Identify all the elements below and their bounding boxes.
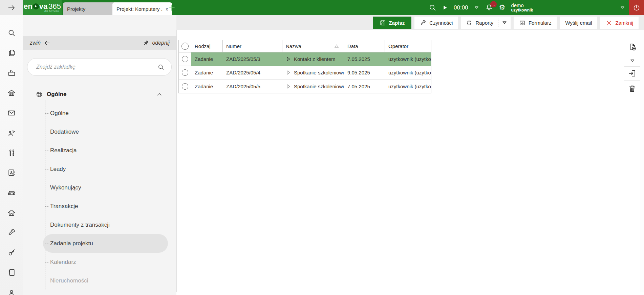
actions-button[interactable]: Czynności bbox=[414, 17, 458, 29]
column-header-rodzaj[interactable]: Rodzaj bbox=[191, 40, 223, 52]
notebook-icon[interactable] bbox=[0, 263, 23, 282]
tree-item-zadania-projektu[interactable]: Zadania projektu bbox=[43, 234, 168, 253]
cell-data[interactable]: 9.05.2025 bbox=[344, 66, 385, 80]
task-name: Kontakt z klientem bbox=[294, 56, 336, 62]
global-search-icon[interactable] bbox=[429, 4, 436, 12]
unpin-panel-button[interactable]: odepnij bbox=[143, 40, 170, 46]
open-record-icon[interactable] bbox=[624, 66, 640, 80]
cell-numer[interactable]: ZAD/2025/05/4 bbox=[223, 66, 282, 80]
column-header-nazwa[interactable]: Nazwa bbox=[282, 40, 344, 52]
chevron-up-icon[interactable] bbox=[156, 91, 163, 98]
work-timer[interactable]: 00:00 bbox=[454, 4, 468, 11]
cell-data[interactable]: 7.05.2025 bbox=[344, 80, 385, 93]
cell-nazwa[interactable]: Spotkanie szkoleniowe bbox=[282, 80, 344, 93]
task-play-icon bbox=[286, 56, 291, 62]
row-radio[interactable] bbox=[179, 52, 191, 66]
contact-card-icon[interactable] bbox=[0, 163, 23, 183]
tab-projekty[interactable]: Projekty x bbox=[63, 2, 119, 15]
module-icon-strip bbox=[0, 15, 23, 295]
vertical-scrollbar[interactable] bbox=[640, 30, 644, 292]
row-radio[interactable] bbox=[179, 66, 191, 80]
list-side-toolbar bbox=[624, 40, 640, 97]
reports-dropdown-icon[interactable] bbox=[498, 17, 511, 29]
logo-text-va: va bbox=[39, 3, 47, 10]
logout-power-button[interactable] bbox=[629, 0, 644, 15]
drawer-icon[interactable] bbox=[0, 63, 23, 83]
settings-gear-icon[interactable]: ⚙ bbox=[499, 4, 506, 11]
wrench-icon[interactable] bbox=[0, 223, 23, 243]
tab-projekt-komputery[interactable]: Projekt: Komputery ... x bbox=[112, 2, 172, 15]
home-icon[interactable] bbox=[0, 203, 23, 223]
notifications-bell-icon[interactable]: ... bbox=[485, 3, 493, 12]
remote-work-icon[interactable] bbox=[0, 123, 23, 143]
new-tab-button[interactable] bbox=[166, 3, 178, 13]
logo-play-icon bbox=[33, 3, 39, 9]
save-button[interactable]: Zapisz bbox=[373, 17, 412, 29]
main-content: Rodzaj Numer Nazwa Data Operator Zadanie… bbox=[176, 30, 644, 292]
session-dropdown-icon[interactable] bbox=[620, 5, 625, 10]
cell-rodzaj[interactable]: Zadanie bbox=[191, 80, 223, 93]
close-button[interactable]: Zamknij bbox=[600, 17, 639, 29]
radio-circle bbox=[182, 83, 188, 90]
task-name: Spotkanie szkoleniowe bbox=[294, 70, 344, 75]
column-header-operator[interactable]: Operator bbox=[385, 40, 431, 52]
column-header-numer[interactable]: Numer bbox=[223, 40, 282, 52]
cell-rodzaj[interactable]: Zadanie bbox=[191, 66, 223, 80]
send-email-label: Wyślij email bbox=[565, 20, 592, 26]
globe-icon bbox=[36, 91, 43, 98]
tree-item-realizacja[interactable]: Realizacja bbox=[23, 141, 176, 160]
select-all-radio[interactable] bbox=[179, 40, 191, 52]
tree-item-dodatkowe[interactable]: Dodatkowe bbox=[23, 122, 176, 141]
column-header-data[interactable]: Data bbox=[344, 40, 385, 52]
list-dropdown-icon[interactable] bbox=[624, 54, 640, 66]
tree-item-leady[interactable]: Leady bbox=[23, 160, 176, 178]
task-play-icon bbox=[286, 84, 291, 89]
tree-item-kalendarz[interactable]: Kalendarz bbox=[23, 253, 176, 271]
tree-item-transakcje[interactable]: Transakcje bbox=[23, 197, 176, 215]
cell-numer[interactable]: ZAD/2025/05/3 bbox=[223, 52, 282, 66]
tree-item-nieruchomosci[interactable]: Nieruchomości bbox=[23, 271, 176, 290]
cell-rodzaj[interactable]: Zadanie bbox=[191, 52, 223, 66]
menu-expand-button[interactable] bbox=[0, 0, 23, 15]
tab-label: Projekty bbox=[67, 6, 110, 12]
cell-nazwa[interactable]: Spotkanie szkoleniowe bbox=[282, 66, 344, 80]
arrow-right-icon bbox=[7, 3, 16, 12]
save-label: Zapisz bbox=[389, 20, 405, 26]
tools-icon[interactable] bbox=[0, 143, 23, 163]
reports-button[interactable]: Raporty bbox=[461, 17, 498, 29]
cell-data[interactable]: 7.05.2025 bbox=[344, 52, 385, 66]
wrench-icon bbox=[420, 20, 426, 26]
send-email-button[interactable]: Wyślij email bbox=[560, 17, 597, 29]
cell-numer[interactable]: ZAD/2025/05/5 bbox=[223, 80, 282, 93]
tree-item-dokumenty-z-transakcji[interactable]: Dokumenty z transakcji bbox=[23, 215, 176, 234]
tree-group-ogolne[interactable]: Ogólne bbox=[23, 89, 176, 100]
person-icon[interactable] bbox=[0, 282, 23, 295]
arrow-left-icon bbox=[44, 40, 50, 46]
add-record-icon[interactable] bbox=[624, 40, 640, 54]
collapse-panel-button[interactable]: zwiń bbox=[30, 40, 50, 46]
search-icon[interactable] bbox=[0, 23, 23, 43]
cell-operator[interactable]: uzytkownik (uzytkow bbox=[385, 52, 431, 66]
documents-icon[interactable] bbox=[0, 43, 23, 63]
key-icon[interactable] bbox=[0, 243, 23, 263]
row-radio[interactable] bbox=[179, 80, 191, 93]
cell-nazwa[interactable]: Kontakt z klientem bbox=[282, 52, 344, 66]
plus-icon bbox=[168, 4, 176, 12]
timer-dropdown-icon[interactable] bbox=[474, 5, 479, 10]
tab-search-input[interactable] bbox=[27, 64, 157, 70]
car-icon[interactable] bbox=[0, 183, 23, 203]
mail-icon[interactable] bbox=[0, 103, 23, 123]
user-menu[interactable]: demo uzytkownik bbox=[511, 2, 533, 13]
play-icon[interactable] bbox=[442, 5, 448, 10]
cell-operator[interactable]: uzytkownik (uzytkow bbox=[385, 80, 431, 93]
cell-operator[interactable]: uzytkownik (uzytkow bbox=[385, 66, 431, 80]
notifications-badge: ... bbox=[490, 1, 497, 7]
tree-item-wykonujacy[interactable]: Wykonujący bbox=[23, 178, 176, 197]
logo-tagline: dla biznesu bbox=[44, 9, 59, 13]
home-contact-icon[interactable] bbox=[0, 83, 23, 103]
tree-item-ogolne[interactable]: Ogólne bbox=[23, 104, 176, 122]
form-button[interactable]: Formularz bbox=[514, 17, 557, 29]
delete-trash-icon[interactable] bbox=[624, 80, 640, 97]
tabs-side-panel: zwiń odepnij Ogólne Ogólne Dodatkowe Rea… bbox=[23, 15, 176, 295]
reports-label: Raporty bbox=[475, 20, 493, 26]
